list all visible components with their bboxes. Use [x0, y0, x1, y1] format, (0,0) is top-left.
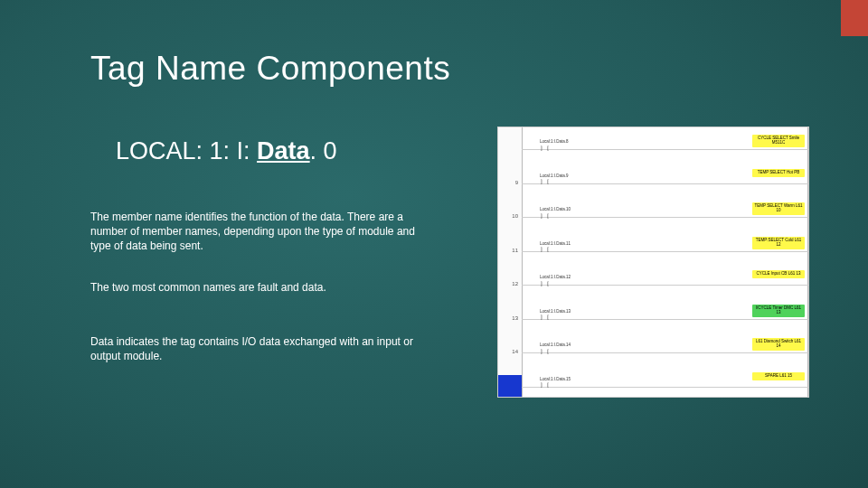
accent-bar: [841, 0, 868, 36]
ladder-selected-row-marker: [498, 375, 522, 397]
ladder-rung-area: Local:1:I.Data.8] [CYCLE SELECT Smile M5…: [522, 127, 808, 397]
rung-number: 10: [502, 213, 518, 219]
rung-coil: CYCLE SELECT Smile M511C: [752, 135, 805, 147]
rung-coil: TEMP:SELECT Cold L61 12: [752, 237, 805, 249]
rung-contact: Local:1:I.Data.11] [: [540, 242, 571, 253]
slide-title: Tag Name Components: [90, 50, 450, 88]
tag-example: LOCAL: 1: I: Data. 0: [116, 137, 337, 165]
body-paragraph-2: The two most common names are fault and …: [90, 280, 416, 295]
rung-coil: CYCLE Input CB L61 13: [752, 270, 805, 278]
rung-number: 12: [502, 281, 518, 286]
tag-emphasis: Data: [257, 137, 310, 164]
ladder-left-rail: [522, 127, 523, 397]
ladder-screenshot: 9101112131415 Local:1:I.Data.8] [CYCLE S…: [497, 127, 809, 398]
rung-contact: Local:1:I.Data.10] [: [540, 208, 571, 219]
rung-number: 13: [502, 315, 518, 321]
rung-number: 14: [502, 349, 518, 354]
tag-prefix: LOCAL: 1: I:: [116, 137, 257, 164]
tag-suffix: . 0: [310, 137, 337, 164]
slide: Tag Name Components LOCAL: 1: I: Data. 0…: [0, 0, 868, 488]
ladder-gutter: 9101112131415: [498, 127, 523, 397]
body-paragraph-3: Data indicates the tag contains I/O data…: [90, 334, 416, 363]
rung-contact: Local:1:I.Data.14] [: [540, 343, 571, 354]
rung-coil: SPARE L61 15: [752, 372, 805, 380]
body-paragraph-1: The member name identifies the function …: [90, 210, 416, 254]
rung-coil: TEMP SELECT Hot PB: [752, 169, 805, 177]
rung-coil: L61 Diamond Switch L61 14: [752, 338, 805, 351]
rung-coil: I/CYCLE Timer DMC L61 13: [752, 305, 805, 317]
rung-contact: Local:1:I.Data.12] [: [540, 276, 571, 286]
ladder-right-rail: [807, 127, 808, 397]
rung-contact: Local:1:I.Data.9] [: [540, 174, 569, 185]
rung-number: 11: [502, 248, 518, 253]
rung-contact: Local:1:I.Data.15] [: [540, 378, 571, 389]
rung-contact: Local:1:I.Data.8] [: [540, 140, 569, 151]
rung-number: 9: [502, 180, 518, 185]
rung-coil: TEMP SELECT Warm L61 10: [752, 202, 805, 215]
rung-contact: Local:1:I.Data.13] [: [540, 310, 571, 321]
